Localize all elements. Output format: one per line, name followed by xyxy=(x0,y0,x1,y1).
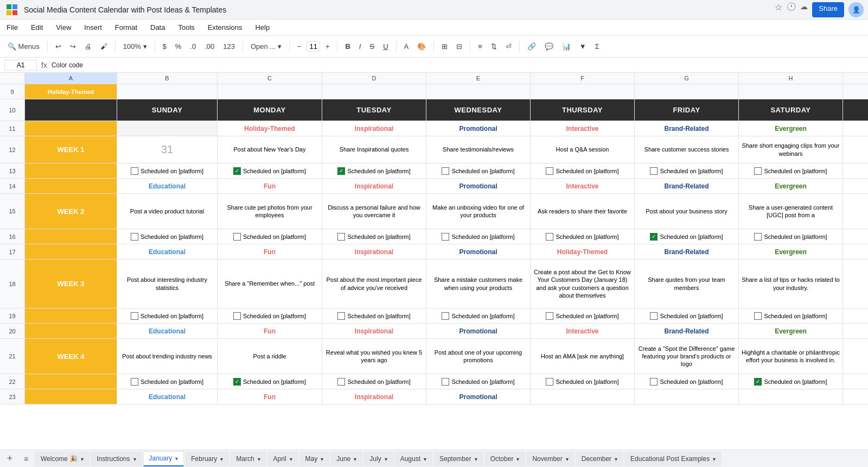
checkbox-d16[interactable] xyxy=(337,233,345,241)
cell-h22[interactable]: Scheduled on [platform] xyxy=(739,374,843,389)
checkbox-d22[interactable] xyxy=(337,378,345,386)
sheet-tab-december[interactable]: December▾ xyxy=(576,451,623,466)
font-dropdown[interactable]: Open ... ▾ xyxy=(247,41,285,52)
cell-h19[interactable]: Scheduled on [platform] xyxy=(739,308,843,323)
sheet-tab-april[interactable]: April▾ xyxy=(267,451,298,466)
menu-help[interactable]: Help xyxy=(253,22,272,33)
currency-btn[interactable]: $ xyxy=(159,41,170,52)
cell-e16[interactable]: Scheduled on [platform] xyxy=(426,229,531,244)
cell-f13[interactable]: Scheduled on [platform] xyxy=(531,163,635,178)
sheet-tab-march[interactable]: March▾ xyxy=(230,451,266,466)
paintformat-btn[interactable]: 🖌 xyxy=(97,41,111,52)
underline-btn[interactable]: U xyxy=(380,41,391,52)
checkbox-g16[interactable] xyxy=(650,233,658,241)
star-icon[interactable]: ☆ xyxy=(775,2,782,17)
cell-b19[interactable]: Scheduled on [platform] xyxy=(117,308,218,323)
checkbox-d13[interactable] xyxy=(337,167,345,175)
checkbox-c22[interactable] xyxy=(233,378,241,386)
cell-c13[interactable]: Scheduled on [platform] xyxy=(218,163,322,178)
zoom-btn[interactable]: 100% ▾ xyxy=(120,41,150,52)
account-avatar[interactable]: 👤 xyxy=(848,2,864,17)
menu-extensions[interactable]: Extensions xyxy=(206,22,245,33)
dec-decrease-btn[interactable]: .0 xyxy=(187,41,199,52)
percent-btn[interactable]: % xyxy=(172,41,185,52)
sheets-nav-left[interactable]: ≡ xyxy=(18,451,34,466)
menu-tools[interactable]: Tools xyxy=(176,22,196,33)
menu-data[interactable]: Data xyxy=(148,22,167,33)
format-btn[interactable]: 123 xyxy=(220,41,238,52)
search-menus-btn[interactable]: 🔍 Menus xyxy=(4,41,43,52)
cell-c16[interactable]: Scheduled on [platform] xyxy=(218,229,322,244)
menu-insert[interactable]: Insert xyxy=(82,22,104,33)
print-btn[interactable]: 🖨 xyxy=(81,41,95,52)
checkbox-c16[interactable] xyxy=(233,233,241,241)
sheet-tab-october[interactable]: October▾ xyxy=(484,451,526,466)
checkbox-b19[interactable] xyxy=(131,312,138,320)
strikethrough-btn[interactable]: S xyxy=(366,41,378,52)
function-btn[interactable]: Σ xyxy=(592,41,603,52)
checkbox-c19[interactable] xyxy=(233,312,241,320)
cell-a9[interactable]: Holiday-Themed xyxy=(25,84,117,99)
cell-c22[interactable]: Scheduled on [platform] xyxy=(218,374,322,389)
redo-btn[interactable]: ↪ xyxy=(67,41,79,52)
cell-g16[interactable]: Scheduled on [platform] xyxy=(635,229,739,244)
cell-g22[interactable]: Scheduled on [platform] xyxy=(635,374,739,389)
font-increase-btn[interactable]: + xyxy=(322,41,333,52)
dec-increase-btn[interactable]: .00 xyxy=(201,41,218,52)
sheet-tab-welcome-🎉[interactable]: Welcome 🎉▾ xyxy=(35,451,90,466)
checkbox-f19[interactable] xyxy=(546,312,553,320)
cell-f16[interactable]: Scheduled on [platform] xyxy=(531,229,635,244)
checkbox-h22[interactable] xyxy=(754,378,762,386)
cell-d19[interactable]: Scheduled on [platform] xyxy=(322,308,426,323)
cell-h16[interactable]: Scheduled on [platform] xyxy=(739,229,843,244)
filter-btn[interactable]: ▼ xyxy=(576,41,590,52)
checkbox-c13[interactable] xyxy=(233,167,241,175)
sheet-tab-september[interactable]: September▾ xyxy=(433,451,483,466)
sheet-tab-instructions[interactable]: Instructions▾ xyxy=(91,451,142,466)
borders-btn[interactable]: ⊞ xyxy=(438,41,451,52)
font-decrease-btn[interactable]: − xyxy=(294,41,305,52)
checkbox-b16[interactable] xyxy=(131,233,138,241)
checkbox-h16[interactable] xyxy=(754,233,762,241)
cell-b22[interactable]: Scheduled on [platform] xyxy=(117,374,218,389)
checkbox-d19[interactable] xyxy=(337,312,345,320)
share-button[interactable]: Share xyxy=(812,2,844,17)
sheet-tab-may[interactable]: May▾ xyxy=(299,451,330,466)
sheet-tab-july[interactable]: July▾ xyxy=(363,451,393,466)
merge-btn[interactable]: ⊟ xyxy=(453,41,465,52)
checkbox-h13[interactable] xyxy=(754,167,762,175)
cell-d22[interactable]: Scheduled on [platform] xyxy=(322,374,426,389)
checkbox-g22[interactable] xyxy=(650,378,658,386)
checkbox-b22[interactable] xyxy=(131,378,138,386)
checkbox-b13[interactable] xyxy=(131,167,138,175)
undo-btn[interactable]: ↩ xyxy=(52,41,65,52)
wrap-btn[interactable]: ⏎ xyxy=(502,41,515,52)
cell-g19[interactable]: Scheduled on [platform] xyxy=(635,308,739,323)
cell-f22[interactable]: Scheduled on [platform] xyxy=(531,374,635,389)
cell-g13[interactable]: Scheduled on [platform] xyxy=(635,163,739,178)
sheet-tab-november[interactable]: November▾ xyxy=(526,451,574,466)
checkbox-e13[interactable] xyxy=(442,167,449,175)
checkbox-h19[interactable] xyxy=(754,312,762,320)
sheet-tab-june[interactable]: June▾ xyxy=(330,451,362,466)
checkbox-g13[interactable] xyxy=(650,167,658,175)
cell-d16[interactable]: Scheduled on [platform] xyxy=(322,229,426,244)
cloud-icon[interactable]: ☁ xyxy=(800,2,808,17)
chart-btn[interactable]: 📊 xyxy=(559,41,574,52)
menu-file[interactable]: File xyxy=(4,22,20,33)
cell-e13[interactable]: Scheduled on [platform] xyxy=(426,163,531,178)
add-sheet-button[interactable]: + xyxy=(2,451,17,466)
comment-btn[interactable]: 💬 xyxy=(541,41,557,52)
sheet-tab-january[interactable]: January▾ xyxy=(143,451,184,466)
align-btn[interactable]: ≡ xyxy=(475,41,486,52)
checkbox-f22[interactable] xyxy=(546,378,553,386)
cell-f19[interactable]: Scheduled on [platform] xyxy=(531,308,635,323)
valign-btn[interactable]: ⇅ xyxy=(488,41,500,52)
italic-btn[interactable]: I xyxy=(356,41,365,52)
cell-c19[interactable]: Scheduled on [platform] xyxy=(218,308,322,323)
menu-format[interactable]: Format xyxy=(113,22,139,33)
history-icon[interactable]: 🕐 xyxy=(787,2,796,17)
bold-btn[interactable]: B xyxy=(342,41,353,52)
checkbox-e19[interactable] xyxy=(442,312,449,320)
menu-edit[interactable]: Edit xyxy=(29,22,45,33)
